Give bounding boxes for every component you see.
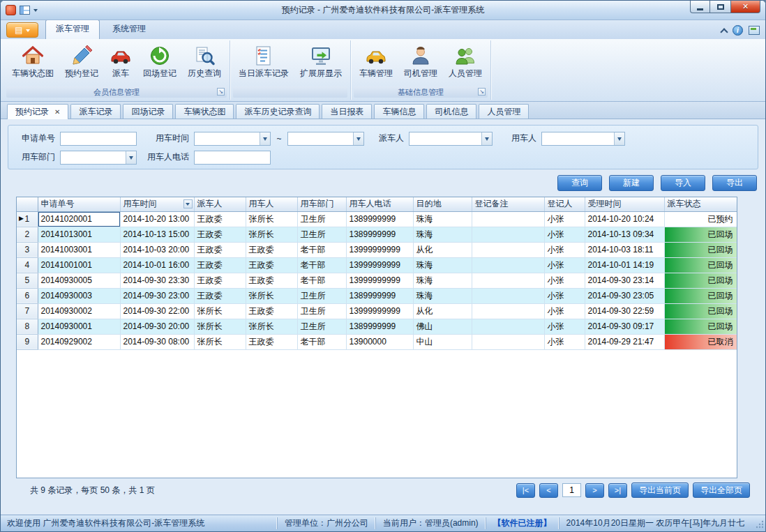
- create-button[interactable]: 新建: [609, 175, 654, 191]
- cell-status[interactable]: 已回场: [664, 257, 737, 273]
- cell-status[interactable]: 已回场: [664, 242, 737, 257]
- cell-accept-time[interactable]: 2014-10-03 18:11: [585, 242, 664, 257]
- cell-accept-time[interactable]: 2014-10-01 14:19: [585, 257, 664, 273]
- column-header-phone[interactable]: 用车人电话: [346, 197, 413, 211]
- skin-icon[interactable]: [749, 26, 760, 35]
- cell-destination[interactable]: 珠海: [413, 227, 472, 242]
- maximize-button[interactable]: [710, 1, 730, 13]
- doc-tab-personnel-management[interactable]: 人员管理: [479, 104, 529, 119]
- cell-order-no[interactable]: 20140930001: [38, 319, 120, 334]
- chevron-down-icon[interactable]: [33, 9, 38, 14]
- user-combo[interactable]: [541, 132, 625, 146]
- ribbon-tab-system[interactable]: 系统管理: [102, 20, 156, 39]
- chevron-down-icon[interactable]: [126, 151, 136, 164]
- cell-order-no[interactable]: 20141001001: [38, 257, 120, 273]
- time-to-combo[interactable]: [287, 132, 364, 146]
- cell-user[interactable]: 王政委: [246, 334, 297, 349]
- cell-phone[interactable]: 13999999999: [346, 273, 413, 288]
- cell-user[interactable]: 王政委: [246, 273, 297, 288]
- cell-accept-time[interactable]: 2014-09-29 21:47: [585, 334, 664, 349]
- extended-screen-button[interactable]: 扩展屏显示: [294, 42, 347, 85]
- cell-dispatcher[interactable]: 张所长: [194, 303, 246, 319]
- chevron-down-icon[interactable]: [614, 132, 624, 145]
- cell-remark[interactable]: [472, 288, 544, 303]
- cell-user[interactable]: 张所长: [246, 211, 297, 227]
- cell-destination[interactable]: 佛山: [413, 319, 472, 334]
- cell-order-no[interactable]: 20141020001: [38, 211, 120, 227]
- doc-tab-daily-report[interactable]: 当日报表: [322, 104, 372, 119]
- export-button[interactable]: 导出: [712, 175, 757, 191]
- chevron-down-icon[interactable]: [260, 132, 270, 145]
- cell-status[interactable]: 已回场: [664, 319, 737, 334]
- last-page-button[interactable]: >|: [608, 483, 627, 498]
- cell-accept-time[interactable]: 2014-09-30 23:05: [585, 288, 664, 303]
- query-button[interactable]: 查询: [557, 175, 602, 191]
- cell-remark[interactable]: [472, 242, 544, 257]
- cell-registrar[interactable]: 小张: [544, 257, 585, 273]
- grid-row[interactable]: 4201410010012014-10-01 16:00王政委王政委老干部139…: [17, 257, 737, 273]
- cell-use-time[interactable]: 2014-09-30 23:00: [120, 288, 194, 303]
- cell-order-no[interactable]: 20140929002: [38, 334, 120, 349]
- doc-tab-return-records[interactable]: 回场记录: [123, 104, 173, 119]
- return-register-button[interactable]: 回场登记: [137, 42, 182, 85]
- cell-registrar[interactable]: 小张: [544, 227, 585, 242]
- cell-dept[interactable]: 卫生所: [297, 319, 346, 334]
- column-header-registrar[interactable]: 登记人: [544, 197, 585, 211]
- cell-dept[interactable]: 老干部: [297, 334, 346, 349]
- resize-grip[interactable]: [753, 517, 764, 529]
- cell-destination[interactable]: 中山: [413, 334, 472, 349]
- cell-remark[interactable]: [472, 303, 544, 319]
- first-page-button[interactable]: |<: [516, 483, 535, 498]
- collapse-ribbon-icon[interactable]: [720, 28, 728, 36]
- cell-dept[interactable]: 老干部: [297, 242, 346, 257]
- time-from-combo[interactable]: [194, 132, 271, 146]
- cell-use-time[interactable]: 2014-10-20 13:00: [120, 211, 194, 227]
- application-menu-button[interactable]: [6, 22, 38, 38]
- cell-user[interactable]: 王政委: [246, 257, 297, 273]
- minimize-button[interactable]: [690, 1, 710, 13]
- cell-dispatcher[interactable]: 王政委: [194, 288, 246, 303]
- history-query-button[interactable]: 历史查询: [182, 42, 227, 85]
- cell-use-time[interactable]: 2014-09-30 23:30: [120, 273, 194, 288]
- cell-phone[interactable]: 13999999999: [346, 257, 413, 273]
- cell-remark[interactable]: [472, 334, 544, 349]
- cell-dispatcher[interactable]: 王政委: [194, 273, 246, 288]
- column-header-order-no[interactable]: 申请单号: [38, 197, 120, 211]
- cell-use-time[interactable]: 2014-10-01 16:00: [120, 257, 194, 273]
- cell-status[interactable]: 已预约: [664, 211, 737, 227]
- cell-order-no[interactable]: 20141013001: [38, 227, 120, 242]
- cell-destination[interactable]: 从化: [413, 303, 472, 319]
- column-header-status[interactable]: 派车状态: [664, 197, 737, 211]
- cell-remark[interactable]: [472, 273, 544, 288]
- dispatcher-combo[interactable]: [409, 132, 493, 146]
- cell-dept[interactable]: 卫生所: [297, 288, 346, 303]
- cell-order-no[interactable]: 20140930005: [38, 273, 120, 288]
- order-no-input[interactable]: [60, 132, 137, 146]
- grid-row[interactable]: 8201409300012014-09-30 20:00张所长张所长卫生所138…: [17, 319, 737, 334]
- grid-row[interactable]: 2201410130012014-10-13 15:00王政委张所长卫生所138…: [17, 227, 737, 242]
- cell-destination[interactable]: 珠海: [413, 288, 472, 303]
- title-bar[interactable]: 预约记录 - 广州爱奇迪软件科技有限公司-派车管理系统: [1, 1, 765, 20]
- dialog-launcher-icon[interactable]: [217, 88, 225, 96]
- cell-user[interactable]: 张所长: [246, 319, 297, 334]
- export-current-page-button[interactable]: 导出当前页: [631, 482, 689, 498]
- cell-accept-time[interactable]: 2014-10-20 10:24: [585, 211, 664, 227]
- cell-dispatcher[interactable]: 张所长: [194, 334, 246, 349]
- dept-combo[interactable]: [60, 151, 137, 165]
- doc-tab-dispatch-records[interactable]: 派车记录: [70, 104, 121, 119]
- cell-destination[interactable]: 珠海: [413, 211, 472, 227]
- cell-registrar[interactable]: 小张: [544, 242, 585, 257]
- cell-remark[interactable]: [472, 211, 544, 227]
- cell-phone[interactable]: 13999999999: [346, 242, 413, 257]
- column-header-remark[interactable]: 登记备注: [472, 197, 544, 211]
- cell-destination[interactable]: 从化: [413, 242, 472, 257]
- chevron-down-icon[interactable]: [481, 132, 492, 145]
- column-header-destination[interactable]: 目的地: [413, 197, 472, 211]
- layout-icon[interactable]: [20, 6, 30, 15]
- cell-use-time[interactable]: 2014-10-13 15:00: [120, 227, 194, 242]
- doc-tab-vehicle-info[interactable]: 车辆信息: [374, 104, 424, 119]
- cell-user[interactable]: 张所长: [246, 227, 297, 242]
- cell-user[interactable]: 王政委: [246, 242, 297, 257]
- cell-dispatcher[interactable]: 王政委: [194, 227, 246, 242]
- cell-status[interactable]: 已取消: [664, 334, 737, 349]
